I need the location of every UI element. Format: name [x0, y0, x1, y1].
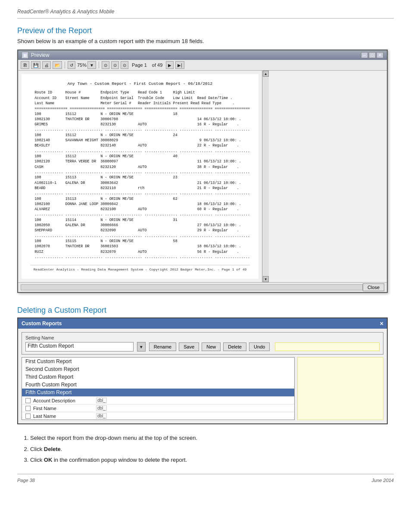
- preview-section-desc: Shown below is an example of a custom re…: [17, 38, 394, 44]
- scroll-down-btn[interactable]: ▼: [263, 276, 269, 282]
- list-item-2[interactable]: Second Custom Report: [22, 365, 294, 373]
- left-panel: First Custom Report Second Custom Report…: [22, 357, 295, 420]
- toolbar-refresh-btn[interactable]: ↺: [68, 61, 75, 69]
- field-row-1: Account Description dbl_: [22, 396, 294, 404]
- setting-name-group: Setting Name Fifth Custom Report ▼ Renam…: [22, 332, 383, 355]
- preview-bottom-bar: Close: [18, 282, 387, 292]
- bold-delete: Delete: [44, 446, 61, 452]
- maximize-button[interactable]: □: [369, 52, 376, 58]
- list-item-5[interactable]: Fifth Custom Report: [22, 389, 294, 396]
- fields-section: Account Description dbl_ First Name dbl_…: [22, 396, 294, 420]
- footer-date: June 2014: [372, 478, 394, 483]
- report-dropdown-btn[interactable]: ▼: [137, 342, 146, 352]
- dialog-close-button[interactable]: ×: [380, 320, 383, 327]
- preview-report-content: Any Town - Custom Report - First Custom …: [22, 74, 258, 279]
- rename-button[interactable]: Rename: [149, 342, 177, 351]
- preview-toolbar: 🖹 💾 🖨 📂 ↺ 75% ▼ ⊙ ⊙ ⊙ Page 1 of 49 ▶ ▶|: [18, 60, 387, 71]
- footer-page: Page 38: [17, 478, 35, 483]
- save-button[interactable]: Save: [179, 342, 199, 351]
- report-footer: ReadCenter Analytics - Reading Data Mana…: [30, 265, 250, 272]
- app-title: ReadCenter® Analytics & Analytics Mobile: [17, 9, 394, 15]
- toolbar-sep1: [65, 62, 65, 68]
- report-body: Route ID House # Endpoint Type Read Code…: [30, 90, 250, 260]
- delete-button[interactable]: Delete: [223, 342, 246, 351]
- field-checkbox-1[interactable]: [25, 398, 31, 403]
- minimize-button[interactable]: ─: [361, 52, 368, 58]
- toolbar-page-of: of 49: [152, 62, 162, 68]
- preview-titlebar: ▦ Preview ─ □ ✕: [18, 50, 387, 60]
- field-name-1: Account Description: [33, 398, 93, 403]
- setting-name-label: Setting Name: [25, 335, 380, 340]
- vertical-scrollbar[interactable]: ▲ ▼: [262, 71, 269, 282]
- toolbar-zoom-area: 75% ▼: [77, 61, 96, 69]
- undo-button[interactable]: Undo: [249, 342, 270, 351]
- report-list: First Custom Report Second Custom Report…: [22, 357, 295, 420]
- field-checkbox-3[interactable]: [25, 414, 31, 419]
- toolbar-sep2: [99, 62, 99, 68]
- instructions-list: Select the report from the drop-down men…: [30, 433, 394, 465]
- top-divider: [17, 18, 394, 19]
- toolbar-page-info: Page 1: [132, 62, 147, 68]
- preview-section-title: Preview of the Report: [17, 26, 394, 35]
- right-yellow-panel: [297, 357, 383, 420]
- field-dbl-3: dbl_: [96, 413, 107, 419]
- titlebar-controls[interactable]: ─ □ ✕: [361, 52, 383, 58]
- preview-window-icon: ▦: [22, 52, 28, 59]
- toolbar-nav-last[interactable]: ▶|: [175, 61, 184, 69]
- toolbar-open-btn[interactable]: 📂: [53, 61, 62, 69]
- custom-reports-dialog: Custom Reports × Setting Name Fifth Cust…: [17, 317, 388, 424]
- toolbar-new-btn[interactable]: 🖹: [21, 61, 29, 69]
- instruction-2: Click Delete.: [30, 444, 394, 454]
- bold-ok: OK: [44, 457, 53, 463]
- field-dbl-2: dbl_: [96, 405, 107, 411]
- preview-scroll-area: Any Town - Custom Report - First Custom …: [18, 71, 387, 282]
- toolbar-print-btn[interactable]: 🖨: [42, 61, 51, 69]
- report-select-field[interactable]: Fifth Custom Report: [25, 342, 134, 352]
- setting-name-row: Fifth Custom Report ▼ Rename Save New De…: [25, 342, 380, 352]
- field-row-2: First Name dbl_: [22, 404, 294, 412]
- preview-window-title: Preview: [31, 52, 50, 58]
- list-item-3[interactable]: Third Custom Report: [22, 373, 294, 381]
- dialog-body: Setting Name Fifth Custom Report ▼ Renam…: [18, 329, 387, 423]
- close-button[interactable]: ✕: [377, 52, 383, 58]
- instruction-3: Click OK in the confirmation popup windo…: [30, 455, 394, 465]
- new-button[interactable]: New: [202, 342, 221, 351]
- dialog-main-area: First Custom Report Second Custom Report…: [22, 357, 383, 420]
- scroll-up-btn[interactable]: ▲: [263, 71, 269, 77]
- field-name-3: Last Name: [33, 414, 93, 419]
- deleting-section-title: Deleting a Custom Report: [17, 306, 394, 315]
- list-item-4[interactable]: Fourth Custom Report: [22, 381, 294, 389]
- field-checkbox-2[interactable]: [25, 406, 31, 411]
- toolbar-save-btn[interactable]: 💾: [31, 61, 40, 69]
- dialog-title-text: Custom Reports: [22, 320, 62, 327]
- preview-window: ▦ Preview ─ □ ✕ 🖹 💾 🖨 📂 ↺ 75% ▼ ⊙ ⊙ ⊙ Pa…: [17, 50, 388, 293]
- preview-close-button[interactable]: Close: [363, 283, 384, 291]
- field-dbl-1: dbl_: [96, 398, 107, 403]
- toolbar-nav-page-label: ⊙: [121, 61, 128, 69]
- instruction-1: Select the report from the drop-down men…: [30, 433, 394, 443]
- list-item-1[interactable]: First Custom Report: [22, 358, 294, 365]
- toolbar-nav-first[interactable]: ⊙: [102, 61, 109, 69]
- toolbar-nav-prev[interactable]: ⊙: [111, 61, 119, 69]
- field-row-3: Last Name dbl_: [22, 412, 294, 420]
- toolbar-nav-next[interactable]: ▶: [166, 61, 174, 69]
- zoom-dropdown-btn[interactable]: ▼: [87, 61, 96, 69]
- report-title: Any Town - Custom Report - First Custom …: [30, 81, 250, 87]
- yellow-panel-top: [275, 342, 380, 351]
- field-name-2: First Name: [33, 406, 93, 411]
- dialog-action-buttons: Rename Save New Delete Undo: [149, 342, 270, 351]
- page-footer: Page 38 June 2014: [17, 474, 394, 483]
- dialog-titlebar: Custom Reports ×: [18, 318, 387, 329]
- zoom-value: 75%: [77, 62, 87, 68]
- instructions-section: Select the report from the drop-down men…: [17, 433, 394, 465]
- horizontal-scrollbar[interactable]: [21, 284, 363, 290]
- scroll-track[interactable]: [263, 77, 269, 276]
- titlebar-left: ▦ Preview: [22, 52, 50, 59]
